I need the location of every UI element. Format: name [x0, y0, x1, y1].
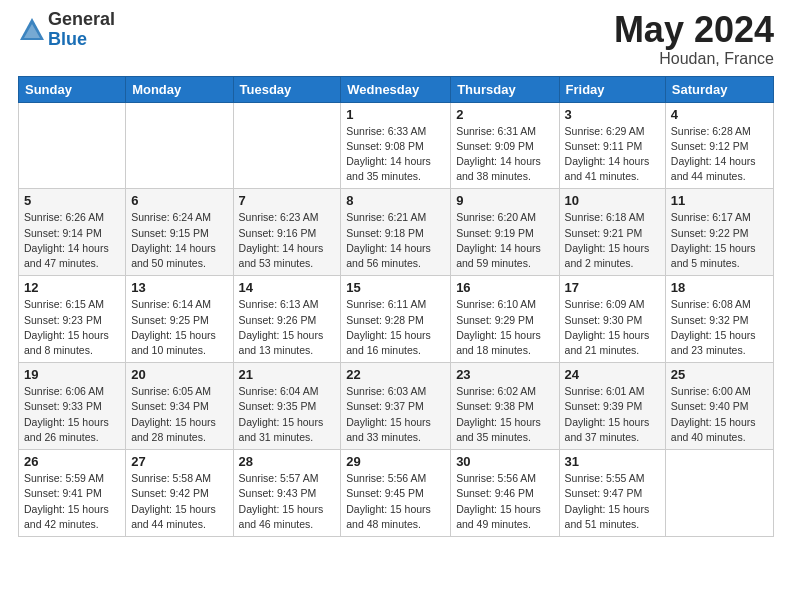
day-info: Sunrise: 6:31 AMSunset: 9:09 PMDaylight:…: [456, 124, 553, 185]
calendar-cell: 15Sunrise: 6:11 AMSunset: 9:28 PMDayligh…: [341, 276, 451, 363]
day-info: Sunrise: 6:09 AMSunset: 9:30 PMDaylight:…: [565, 297, 660, 358]
title-block: May 2024 Houdan, France: [614, 10, 774, 68]
day-info: Sunrise: 6:20 AMSunset: 9:19 PMDaylight:…: [456, 210, 553, 271]
logo-blue: Blue: [48, 30, 115, 50]
day-number: 30: [456, 454, 553, 469]
calendar-week-row: 26Sunrise: 5:59 AMSunset: 9:41 PMDayligh…: [19, 450, 774, 537]
day-info: Sunrise: 6:28 AMSunset: 9:12 PMDaylight:…: [671, 124, 768, 185]
title-location: Houdan, France: [614, 50, 774, 68]
calendar-week-row: 1Sunrise: 6:33 AMSunset: 9:08 PMDaylight…: [19, 102, 774, 189]
calendar-cell: 16Sunrise: 6:10 AMSunset: 9:29 PMDayligh…: [451, 276, 559, 363]
calendar-cell: [126, 102, 233, 189]
calendar-cell: 27Sunrise: 5:58 AMSunset: 9:42 PMDayligh…: [126, 450, 233, 537]
day-of-week-header: Tuesday: [233, 76, 341, 102]
logo-icon: [18, 16, 46, 44]
day-number: 19: [24, 367, 120, 382]
day-number: 29: [346, 454, 445, 469]
day-info: Sunrise: 6:06 AMSunset: 9:33 PMDaylight:…: [24, 384, 120, 445]
day-info: Sunrise: 6:23 AMSunset: 9:16 PMDaylight:…: [239, 210, 336, 271]
calendar-cell: 30Sunrise: 5:56 AMSunset: 9:46 PMDayligh…: [451, 450, 559, 537]
day-number: 10: [565, 193, 660, 208]
day-number: 22: [346, 367, 445, 382]
day-info: Sunrise: 6:33 AMSunset: 9:08 PMDaylight:…: [346, 124, 445, 185]
calendar-week-row: 19Sunrise: 6:06 AMSunset: 9:33 PMDayligh…: [19, 363, 774, 450]
day-number: 31: [565, 454, 660, 469]
logo-text: General Blue: [48, 10, 115, 50]
day-info: Sunrise: 6:17 AMSunset: 9:22 PMDaylight:…: [671, 210, 768, 271]
day-info: Sunrise: 5:56 AMSunset: 9:45 PMDaylight:…: [346, 471, 445, 532]
day-number: 6: [131, 193, 227, 208]
calendar-cell: 21Sunrise: 6:04 AMSunset: 9:35 PMDayligh…: [233, 363, 341, 450]
day-of-week-header: Saturday: [665, 76, 773, 102]
calendar-cell: 8Sunrise: 6:21 AMSunset: 9:18 PMDaylight…: [341, 189, 451, 276]
calendar-cell: 13Sunrise: 6:14 AMSunset: 9:25 PMDayligh…: [126, 276, 233, 363]
day-number: 1: [346, 107, 445, 122]
day-info: Sunrise: 6:02 AMSunset: 9:38 PMDaylight:…: [456, 384, 553, 445]
day-number: 24: [565, 367, 660, 382]
title-month: May 2024: [614, 10, 774, 50]
page: General Blue May 2024 Houdan, France Sun…: [0, 0, 792, 612]
day-info: Sunrise: 5:55 AMSunset: 9:47 PMDaylight:…: [565, 471, 660, 532]
calendar-cell: 25Sunrise: 6:00 AMSunset: 9:40 PMDayligh…: [665, 363, 773, 450]
day-number: 16: [456, 280, 553, 295]
calendar-cell: 23Sunrise: 6:02 AMSunset: 9:38 PMDayligh…: [451, 363, 559, 450]
calendar-cell: 5Sunrise: 6:26 AMSunset: 9:14 PMDaylight…: [19, 189, 126, 276]
calendar-cell: 17Sunrise: 6:09 AMSunset: 9:30 PMDayligh…: [559, 276, 665, 363]
calendar-cell: 10Sunrise: 6:18 AMSunset: 9:21 PMDayligh…: [559, 189, 665, 276]
day-info: Sunrise: 6:00 AMSunset: 9:40 PMDaylight:…: [671, 384, 768, 445]
day-number: 18: [671, 280, 768, 295]
day-number: 26: [24, 454, 120, 469]
day-number: 2: [456, 107, 553, 122]
day-number: 28: [239, 454, 336, 469]
day-of-week-header: Friday: [559, 76, 665, 102]
calendar-cell: 4Sunrise: 6:28 AMSunset: 9:12 PMDaylight…: [665, 102, 773, 189]
calendar-cell: 19Sunrise: 6:06 AMSunset: 9:33 PMDayligh…: [19, 363, 126, 450]
day-info: Sunrise: 6:29 AMSunset: 9:11 PMDaylight:…: [565, 124, 660, 185]
calendar-cell: 31Sunrise: 5:55 AMSunset: 9:47 PMDayligh…: [559, 450, 665, 537]
day-info: Sunrise: 6:24 AMSunset: 9:15 PMDaylight:…: [131, 210, 227, 271]
calendar-cell: 6Sunrise: 6:24 AMSunset: 9:15 PMDaylight…: [126, 189, 233, 276]
day-number: 20: [131, 367, 227, 382]
calendar-cell: 1Sunrise: 6:33 AMSunset: 9:08 PMDaylight…: [341, 102, 451, 189]
day-number: 17: [565, 280, 660, 295]
calendar-cell: 24Sunrise: 6:01 AMSunset: 9:39 PMDayligh…: [559, 363, 665, 450]
calendar-cell: 12Sunrise: 6:15 AMSunset: 9:23 PMDayligh…: [19, 276, 126, 363]
calendar-cell: 7Sunrise: 6:23 AMSunset: 9:16 PMDaylight…: [233, 189, 341, 276]
calendar-cell: 20Sunrise: 6:05 AMSunset: 9:34 PMDayligh…: [126, 363, 233, 450]
day-number: 13: [131, 280, 227, 295]
calendar-cell: 3Sunrise: 6:29 AMSunset: 9:11 PMDaylight…: [559, 102, 665, 189]
day-number: 21: [239, 367, 336, 382]
day-info: Sunrise: 6:14 AMSunset: 9:25 PMDaylight:…: [131, 297, 227, 358]
day-info: Sunrise: 5:56 AMSunset: 9:46 PMDaylight:…: [456, 471, 553, 532]
day-info: Sunrise: 6:21 AMSunset: 9:18 PMDaylight:…: [346, 210, 445, 271]
calendar-cell: [19, 102, 126, 189]
day-number: 4: [671, 107, 768, 122]
day-number: 23: [456, 367, 553, 382]
calendar-cell: 9Sunrise: 6:20 AMSunset: 9:19 PMDaylight…: [451, 189, 559, 276]
day-info: Sunrise: 6:04 AMSunset: 9:35 PMDaylight:…: [239, 384, 336, 445]
calendar-cell: [665, 450, 773, 537]
logo-general: General: [48, 10, 115, 30]
header: General Blue May 2024 Houdan, France: [18, 10, 774, 68]
calendar-cell: 11Sunrise: 6:17 AMSunset: 9:22 PMDayligh…: [665, 189, 773, 276]
day-info: Sunrise: 6:15 AMSunset: 9:23 PMDaylight:…: [24, 297, 120, 358]
day-info: Sunrise: 5:58 AMSunset: 9:42 PMDaylight:…: [131, 471, 227, 532]
calendar-cell: 26Sunrise: 5:59 AMSunset: 9:41 PMDayligh…: [19, 450, 126, 537]
day-of-week-header: Sunday: [19, 76, 126, 102]
day-number: 7: [239, 193, 336, 208]
day-number: 15: [346, 280, 445, 295]
day-number: 3: [565, 107, 660, 122]
calendar: SundayMondayTuesdayWednesdayThursdayFrid…: [18, 76, 774, 537]
day-info: Sunrise: 6:18 AMSunset: 9:21 PMDaylight:…: [565, 210, 660, 271]
day-info: Sunrise: 6:01 AMSunset: 9:39 PMDaylight:…: [565, 384, 660, 445]
day-number: 12: [24, 280, 120, 295]
day-info: Sunrise: 6:03 AMSunset: 9:37 PMDaylight:…: [346, 384, 445, 445]
calendar-week-row: 5Sunrise: 6:26 AMSunset: 9:14 PMDaylight…: [19, 189, 774, 276]
day-info: Sunrise: 5:59 AMSunset: 9:41 PMDaylight:…: [24, 471, 120, 532]
day-info: Sunrise: 6:13 AMSunset: 9:26 PMDaylight:…: [239, 297, 336, 358]
calendar-header-row: SundayMondayTuesdayWednesdayThursdayFrid…: [19, 76, 774, 102]
day-number: 27: [131, 454, 227, 469]
day-number: 14: [239, 280, 336, 295]
day-info: Sunrise: 6:26 AMSunset: 9:14 PMDaylight:…: [24, 210, 120, 271]
calendar-cell: 29Sunrise: 5:56 AMSunset: 9:45 PMDayligh…: [341, 450, 451, 537]
